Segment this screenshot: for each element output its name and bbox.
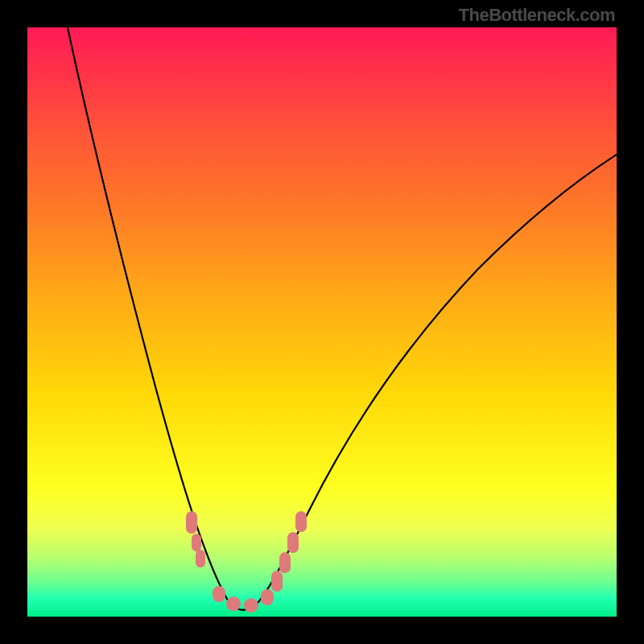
svg-rect-7	[271, 571, 283, 592]
plot-area	[27, 27, 617, 617]
svg-rect-0	[186, 511, 197, 534]
curve-svg	[27, 27, 617, 617]
svg-rect-6	[261, 589, 274, 605]
svg-rect-3	[213, 586, 225, 602]
svg-rect-4	[226, 597, 241, 611]
svg-rect-1	[192, 534, 201, 551]
svg-rect-9	[287, 532, 299, 553]
bottleneck-curve	[68, 27, 617, 610]
svg-rect-8	[279, 552, 291, 573]
svg-rect-10	[295, 511, 307, 532]
svg-rect-2	[196, 550, 205, 568]
chart-container: TheBottleneck.com	[0, 0, 644, 644]
svg-rect-5	[244, 598, 258, 613]
attribution-text: TheBottleneck.com	[459, 5, 615, 26]
marker-group	[186, 511, 307, 613]
